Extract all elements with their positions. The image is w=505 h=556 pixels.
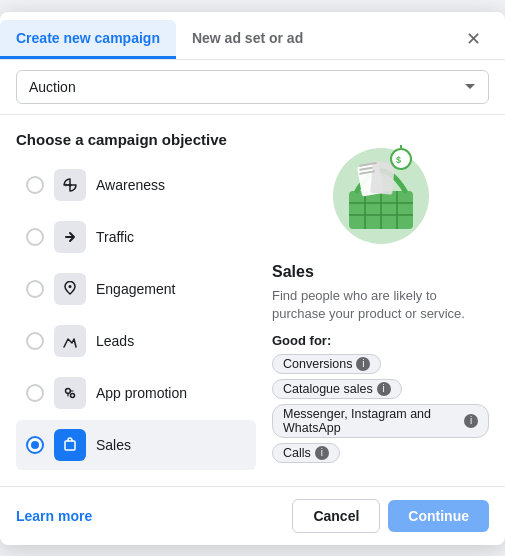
- awareness-label: Awareness: [96, 177, 165, 193]
- tag-messenger-label: Messenger, Instagram and WhatsApp: [283, 407, 460, 435]
- tag-catalogue-sales-pill: Catalogue sales i: [272, 379, 402, 399]
- app-promotion-icon: [54, 377, 86, 409]
- tag-conversions-pill: Conversions i: [272, 354, 381, 374]
- tab-new-ad-set[interactable]: New ad set or ad: [176, 20, 319, 59]
- svg-point-3: [71, 393, 75, 397]
- svg-rect-13: [370, 161, 395, 195]
- learn-more-link[interactable]: Learn more: [16, 508, 92, 524]
- cancel-button[interactable]: Cancel: [292, 499, 380, 533]
- tag-catalogue-sales-label: Catalogue sales: [283, 382, 373, 396]
- dropdown-row: Auction Reach and frequency: [0, 60, 505, 115]
- sales-label: Sales: [96, 437, 131, 453]
- radio-app-promotion[interactable]: [26, 384, 44, 402]
- objective-sales[interactable]: Sales: [16, 420, 256, 470]
- tag-messenger-info-icon[interactable]: i: [464, 414, 478, 428]
- tag-catalogue-sales: Catalogue sales i: [272, 379, 489, 399]
- tag-catalogue-sales-info-icon[interactable]: i: [377, 382, 391, 396]
- objective-app-promotion[interactable]: App promotion: [16, 368, 256, 418]
- svg-point-1: [69, 285, 72, 288]
- auction-dropdown[interactable]: Auction Reach and frequency: [16, 70, 489, 104]
- left-panel: Choose a campaign objective Awareness: [16, 131, 256, 470]
- engagement-icon: [54, 273, 86, 305]
- sales-illustration: $: [321, 131, 441, 251]
- radio-leads[interactable]: [26, 332, 44, 350]
- right-panel-description: Find people who are likely to purchase y…: [272, 287, 489, 323]
- traffic-icon: [54, 221, 86, 253]
- objective-traffic[interactable]: Traffic: [16, 212, 256, 262]
- tag-conversions-label: Conversions: [283, 357, 352, 371]
- leads-label: Leads: [96, 333, 134, 349]
- section-title: Choose a campaign objective: [16, 131, 256, 148]
- objective-engagement[interactable]: Engagement: [16, 264, 256, 314]
- tag-calls-label: Calls: [283, 446, 311, 460]
- tag-calls-info-icon[interactable]: i: [315, 446, 329, 460]
- good-for-label: Good for:: [272, 333, 331, 348]
- tag-list: Conversions i Catalogue sales i Messenge…: [272, 354, 489, 463]
- tab-create-campaign[interactable]: Create new campaign: [0, 20, 176, 59]
- tag-messenger-pill: Messenger, Instagram and WhatsApp i: [272, 404, 489, 438]
- tag-conversions: Conversions i: [272, 354, 489, 374]
- awareness-icon: [54, 169, 86, 201]
- objective-awareness[interactable]: Awareness: [16, 160, 256, 210]
- radio-sales[interactable]: [26, 436, 44, 454]
- right-panel: $ Sales Find people who are likely to pu…: [272, 131, 489, 470]
- radio-traffic[interactable]: [26, 228, 44, 246]
- app-promotion-label: App promotion: [96, 385, 187, 401]
- modal: Create new campaign New ad set or ad ✕ A…: [0, 12, 505, 545]
- engagement-label: Engagement: [96, 281, 175, 297]
- objective-list: Awareness Traffic: [16, 160, 256, 470]
- continue-button[interactable]: Continue: [388, 500, 489, 532]
- radio-engagement[interactable]: [26, 280, 44, 298]
- close-button[interactable]: ✕: [457, 23, 489, 55]
- sales-icon: [54, 429, 86, 461]
- tag-calls-pill: Calls i: [272, 443, 340, 463]
- right-panel-title: Sales: [272, 263, 314, 281]
- objective-leads[interactable]: Leads: [16, 316, 256, 366]
- traffic-label: Traffic: [96, 229, 134, 245]
- modal-body: Choose a campaign objective Awareness: [0, 115, 505, 486]
- radio-awareness[interactable]: [26, 176, 44, 194]
- svg-text:$: $: [396, 155, 401, 165]
- leads-icon: [54, 325, 86, 357]
- svg-rect-4: [65, 441, 75, 450]
- tag-calls: Calls i: [272, 443, 489, 463]
- tag-conversions-info-icon[interactable]: i: [356, 357, 370, 371]
- modal-header: Create new campaign New ad set or ad ✕: [0, 12, 505, 60]
- tag-messenger: Messenger, Instagram and WhatsApp i: [272, 404, 489, 438]
- modal-footer: Learn more Cancel Continue: [0, 486, 505, 545]
